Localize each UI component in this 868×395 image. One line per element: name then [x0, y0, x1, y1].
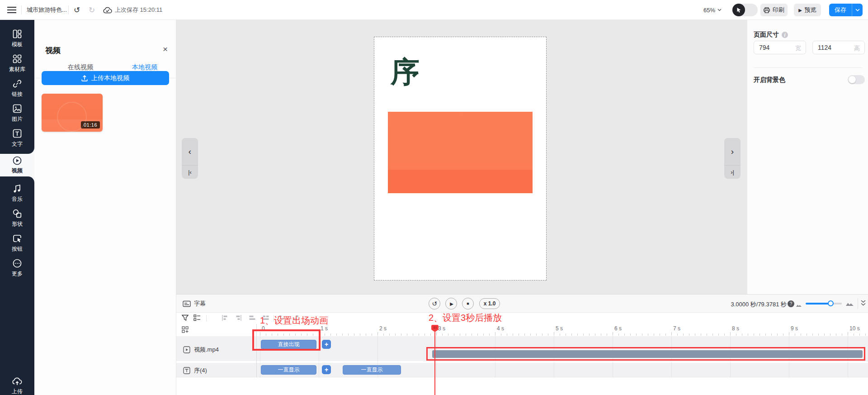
- topbar: 城市旅游特色... ↺ ↻ 上次保存 15:20:11 65% 印刷 ▶ 预览 …: [0, 0, 868, 20]
- page-height-input[interactable]: [818, 41, 849, 54]
- ruler-label: 7 s: [673, 325, 680, 332]
- timeline-panel: 字幕 ↺ ▶ ■ x 1.0 3.0000 秒/79.3781 秒 ?: [176, 294, 868, 395]
- touch-mode-toggle[interactable]: [732, 4, 758, 16]
- video-track-icon: [183, 346, 190, 353]
- panel-title: 视频: [45, 45, 61, 56]
- text-animation-block-1[interactable]: 一直显示: [261, 365, 316, 375]
- add-animation-button-text[interactable]: +: [322, 365, 331, 374]
- sidebar-item-link[interactable]: 链接: [0, 76, 34, 101]
- play-button[interactable]: ▶: [445, 298, 457, 309]
- page-width-input[interactable]: [759, 41, 791, 54]
- page-size-label: 页面尺寸 i: [754, 31, 788, 39]
- panel-close-icon[interactable]: ×: [163, 44, 168, 54]
- subtitle-icon: [183, 300, 191, 307]
- subtitle-chip[interactable]: 字幕: [183, 300, 206, 308]
- page-nav-left: ‹ |‹: [182, 138, 198, 179]
- sidebar-item-video-active[interactable]: 视频: [0, 154, 34, 176]
- toolbar-divider: [206, 315, 207, 322]
- height-suffix: 高: [854, 44, 860, 52]
- last-page-button[interactable]: ›|: [724, 165, 741, 179]
- ruler-label: 2 s: [379, 325, 387, 332]
- ruler-label: 9 s: [791, 325, 798, 332]
- page-nav-right: › ›|: [724, 138, 741, 179]
- timeline-zoom-out-icon[interactable]: [796, 301, 802, 309]
- collapse-timeline-icon[interactable]: [860, 300, 866, 308]
- video-animation-block[interactable]: 直接出现: [261, 340, 316, 349]
- button-cursor-icon: [12, 233, 22, 243]
- video-clip-bar[interactable]: [432, 350, 863, 358]
- last-saved-text: 上次保存 15:20:11: [115, 6, 162, 14]
- text-icon: [12, 128, 22, 138]
- sidebar-item-text[interactable]: 文字: [0, 126, 34, 151]
- ruler-label: 5 s: [556, 325, 563, 332]
- toggle-knob: [849, 76, 856, 83]
- undo-icon[interactable]: ↺: [74, 6, 80, 14]
- save-split-button[interactable]: 保存: [829, 4, 863, 16]
- ruler-label: 10 s: [849, 325, 860, 332]
- sidebar-item-templates[interactable]: 模板: [0, 26, 34, 51]
- sidebar-item-upload[interactable]: 上传: [0, 374, 34, 395]
- track-list-icon[interactable]: [193, 314, 201, 323]
- sidebar-item-shapes[interactable]: 形状: [0, 206, 34, 231]
- app-root: 城市旅游特色... ↺ ↻ 上次保存 15:20:11 65% 印刷 ▶ 预览 …: [0, 0, 868, 395]
- upload-cloud-icon: [12, 377, 22, 386]
- width-suffix: 宽: [795, 44, 801, 52]
- video-icon: [12, 156, 22, 166]
- sidebar-item-assets[interactable]: 素材库: [0, 51, 34, 76]
- sidebar-bottom-group: 音乐 形状 按钮 更多 上传: [0, 176, 34, 395]
- track-rows: 视频.mp4 直接出现 + 序(4) 一直显示 + 一直显示: [176, 336, 868, 377]
- save-button[interactable]: 保存: [829, 4, 852, 16]
- timeline-zoom-slider-knob[interactable]: [828, 300, 834, 306]
- upload-local-video-button[interactable]: 上传本地视频: [42, 71, 169, 85]
- tab-online-video[interactable]: 在线视频: [53, 63, 108, 71]
- time-display: 3.0000 秒/79.3781 秒: [687, 300, 787, 309]
- sidebar-item-music[interactable]: 音乐: [0, 181, 34, 206]
- first-page-button[interactable]: |‹: [182, 165, 198, 179]
- background-color-toggle[interactable]: [848, 75, 865, 84]
- prev-page-button[interactable]: ‹: [182, 138, 198, 165]
- timeline-zoom-slider[interactable]: [806, 303, 842, 305]
- video-thumbnail[interactable]: 01:16: [42, 94, 103, 132]
- track-label-text[interactable]: 序(4): [183, 366, 207, 375]
- touch-hand-icon: [732, 4, 745, 16]
- video-panel: 视频 × 在线视频 本地视频 上传本地视频 01:16: [34, 20, 176, 395]
- playback-speed-button[interactable]: x 1.0: [479, 298, 500, 309]
- topbar-divider: [21, 5, 22, 14]
- design-page[interactable]: 序: [374, 37, 546, 280]
- print-button[interactable]: 印刷: [760, 4, 788, 16]
- background-color-toggle-label: 开启背景色: [754, 76, 785, 84]
- page-heading-text[interactable]: 序: [391, 52, 420, 92]
- save-dropdown-caret[interactable]: [852, 4, 863, 16]
- align-stack-icon[interactable]: [249, 314, 256, 323]
- next-page-button[interactable]: ›: [724, 138, 741, 165]
- restart-button[interactable]: ↺: [429, 298, 440, 309]
- stop-button[interactable]: ■: [462, 298, 474, 309]
- document-title[interactable]: 城市旅游特色...: [27, 6, 67, 14]
- page-height-field: 高: [812, 41, 865, 54]
- align-start-icon[interactable]: [222, 314, 228, 323]
- add-track-icon[interactable]: [182, 326, 189, 335]
- playhead-line: [434, 332, 435, 395]
- assets-library-icon: [12, 54, 22, 64]
- page-video-placeholder[interactable]: [388, 112, 533, 193]
- cloud-saved-icon: [103, 0, 112, 20]
- redo-icon[interactable]: ↻: [89, 6, 95, 14]
- zoom-level-dropdown[interactable]: 65%: [703, 0, 722, 20]
- align-end-icon[interactable]: [235, 314, 242, 323]
- help-icon[interactable]: ?: [788, 300, 794, 307]
- annotation-text-1: 1、设置出场动画: [260, 314, 328, 327]
- sidebar-item-button[interactable]: 按钮: [0, 231, 34, 256]
- timeline-zoom-in-icon[interactable]: [845, 300, 854, 308]
- track-label-video[interactable]: 视频.mp4: [183, 346, 219, 354]
- sidebar-item-image[interactable]: 图片: [0, 101, 34, 126]
- filter-animations-icon[interactable]: [182, 314, 189, 323]
- more-icon: [12, 258, 22, 268]
- tab-local-video[interactable]: 本地视频: [118, 63, 172, 71]
- hamburger-menu-icon[interactable]: [7, 0, 16, 20]
- info-icon[interactable]: i: [782, 32, 788, 38]
- sidebar-item-more[interactable]: 更多: [0, 256, 34, 281]
- preview-button[interactable]: ▶ 预览: [794, 4, 821, 16]
- text-animation-block-2[interactable]: 一直显示: [343, 365, 401, 375]
- add-animation-button-video[interactable]: +: [322, 340, 331, 349]
- text-track-icon: [183, 367, 190, 374]
